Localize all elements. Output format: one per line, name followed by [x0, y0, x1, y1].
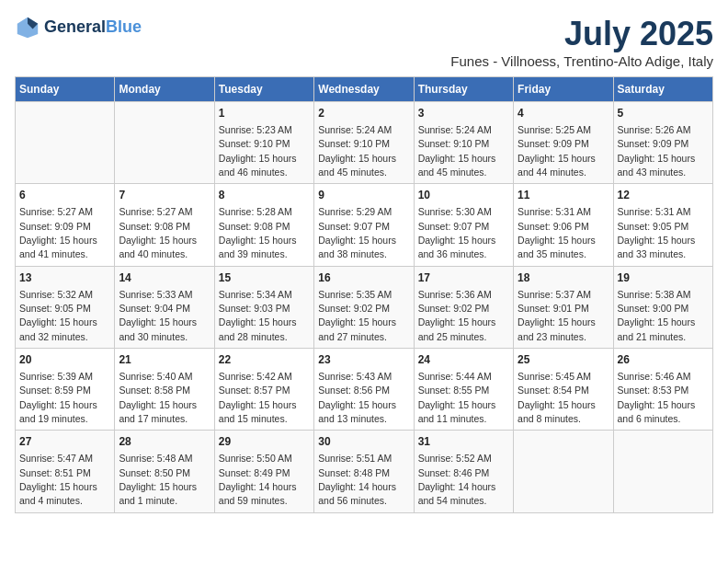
cell-info: Sunrise: 5:50 AM Sunset: 8:49 PM Dayligh… [219, 453, 297, 506]
calendar-cell: 28Sunrise: 5:48 AM Sunset: 8:50 PM Dayli… [115, 431, 214, 512]
cell-info: Sunrise: 5:48 AM Sunset: 8:50 PM Dayligh… [119, 453, 197, 506]
column-header-thursday: Thursday [414, 77, 513, 102]
cell-info: Sunrise: 5:47 AM Sunset: 8:51 PM Dayligh… [19, 453, 97, 506]
cell-info: Sunrise: 5:44 AM Sunset: 8:55 PM Dayligh… [418, 371, 496, 424]
calendar-cell [613, 431, 712, 512]
cell-info: Sunrise: 5:35 AM Sunset: 9:02 PM Dayligh… [318, 289, 396, 342]
logo-icon [15, 15, 40, 40]
calendar-cell [16, 102, 115, 184]
calendar-cell: 25Sunrise: 5:45 AM Sunset: 8:54 PM Dayli… [514, 349, 613, 431]
calendar-cell: 31Sunrise: 5:52 AM Sunset: 8:46 PM Dayli… [414, 431, 513, 512]
cell-info: Sunrise: 5:45 AM Sunset: 8:54 PM Dayligh… [518, 371, 596, 424]
day-number: 21 [119, 352, 210, 368]
calendar-cell [115, 102, 214, 184]
cell-info: Sunrise: 5:31 AM Sunset: 9:05 PM Dayligh… [618, 206, 696, 259]
calendar-cell: 26Sunrise: 5:46 AM Sunset: 8:53 PM Dayli… [613, 349, 712, 431]
calendar-week-1: 1Sunrise: 5:23 AM Sunset: 9:10 PM Daylig… [16, 102, 713, 184]
calendar-cell: 3Sunrise: 5:24 AM Sunset: 9:10 PM Daylig… [414, 102, 513, 184]
calendar-cell: 23Sunrise: 5:43 AM Sunset: 8:56 PM Dayli… [314, 349, 414, 431]
cell-info: Sunrise: 5:37 AM Sunset: 9:01 PM Dayligh… [518, 289, 596, 342]
day-number: 9 [318, 188, 409, 203]
calendar-cell: 18Sunrise: 5:37 AM Sunset: 9:01 PM Dayli… [514, 266, 613, 348]
cell-info: Sunrise: 5:42 AM Sunset: 8:57 PM Dayligh… [219, 371, 297, 424]
calendar-table: SundayMondayTuesdayWednesdayThursdayFrid… [15, 76, 713, 513]
cell-info: Sunrise: 5:46 AM Sunset: 8:53 PM Dayligh… [618, 371, 696, 424]
calendar-cell: 11Sunrise: 5:31 AM Sunset: 9:06 PM Dayli… [514, 184, 613, 266]
calendar-cell: 29Sunrise: 5:50 AM Sunset: 8:49 PM Dayli… [214, 431, 313, 512]
calendar-cell: 2Sunrise: 5:24 AM Sunset: 9:10 PM Daylig… [314, 102, 414, 184]
calendar-cell: 12Sunrise: 5:31 AM Sunset: 9:05 PM Dayli… [613, 184, 712, 266]
day-number: 3 [418, 106, 509, 121]
column-header-wednesday: Wednesday [314, 77, 414, 102]
cell-info: Sunrise: 5:32 AM Sunset: 9:05 PM Dayligh… [19, 289, 97, 342]
cell-info: Sunrise: 5:30 AM Sunset: 9:07 PM Dayligh… [418, 206, 496, 259]
day-number: 28 [119, 434, 210, 450]
day-number: 29 [219, 434, 310, 450]
calendar-header: SundayMondayTuesdayWednesdayThursdayFrid… [16, 77, 713, 102]
day-number: 10 [418, 188, 509, 203]
calendar-cell: 22Sunrise: 5:42 AM Sunset: 8:57 PM Dayli… [214, 349, 313, 431]
calendar-cell: 24Sunrise: 5:44 AM Sunset: 8:55 PM Dayli… [414, 349, 513, 431]
cell-info: Sunrise: 5:34 AM Sunset: 9:03 PM Dayligh… [219, 289, 297, 342]
day-number: 1 [219, 106, 310, 121]
calendar-cell: 1Sunrise: 5:23 AM Sunset: 9:10 PM Daylig… [214, 102, 313, 184]
calendar-week-3: 13Sunrise: 5:32 AM Sunset: 9:05 PM Dayli… [16, 266, 713, 348]
calendar-cell: 5Sunrise: 5:26 AM Sunset: 9:09 PM Daylig… [613, 102, 712, 184]
cell-info: Sunrise: 5:27 AM Sunset: 9:09 PM Dayligh… [19, 206, 97, 259]
cell-info: Sunrise: 5:52 AM Sunset: 8:46 PM Dayligh… [418, 453, 496, 506]
calendar-week-4: 20Sunrise: 5:39 AM Sunset: 8:59 PM Dayli… [16, 349, 713, 431]
calendar-cell: 6Sunrise: 5:27 AM Sunset: 9:09 PM Daylig… [16, 184, 115, 266]
title-block: July 2025 Funes - Villnoess, Trentino-Al… [450, 15, 713, 69]
calendar-cell: 7Sunrise: 5:27 AM Sunset: 9:08 PM Daylig… [115, 184, 214, 266]
day-number: 24 [418, 352, 509, 368]
cell-info: Sunrise: 5:40 AM Sunset: 8:58 PM Dayligh… [119, 371, 197, 424]
day-number: 17 [418, 270, 509, 286]
cell-info: Sunrise: 5:29 AM Sunset: 9:07 PM Dayligh… [318, 206, 396, 259]
cell-info: Sunrise: 5:38 AM Sunset: 9:00 PM Dayligh… [618, 289, 696, 342]
day-number: 18 [518, 270, 609, 286]
cell-info: Sunrise: 5:24 AM Sunset: 9:10 PM Dayligh… [418, 124, 496, 178]
calendar-cell: 20Sunrise: 5:39 AM Sunset: 8:59 PM Dayli… [16, 349, 115, 431]
cell-info: Sunrise: 5:39 AM Sunset: 8:59 PM Dayligh… [19, 371, 97, 424]
calendar-cell: 13Sunrise: 5:32 AM Sunset: 9:05 PM Dayli… [16, 266, 115, 348]
day-number: 8 [219, 188, 310, 203]
day-number: 13 [19, 270, 110, 286]
day-number: 5 [618, 106, 709, 121]
page-header: GeneralBlue July 2025 Funes - Villnoess,… [15, 15, 713, 69]
calendar-cell: 8Sunrise: 5:28 AM Sunset: 9:08 PM Daylig… [214, 184, 313, 266]
day-number: 22 [219, 352, 310, 368]
day-number: 20 [19, 352, 110, 368]
day-number: 19 [618, 270, 709, 286]
cell-info: Sunrise: 5:33 AM Sunset: 9:04 PM Dayligh… [119, 289, 197, 342]
day-number: 23 [318, 352, 409, 368]
cell-info: Sunrise: 5:25 AM Sunset: 9:09 PM Dayligh… [518, 124, 596, 178]
day-number: 27 [19, 434, 110, 450]
calendar-cell: 21Sunrise: 5:40 AM Sunset: 8:58 PM Dayli… [115, 349, 214, 431]
day-number: 30 [318, 434, 409, 450]
day-number: 2 [318, 106, 409, 121]
calendar-cell: 9Sunrise: 5:29 AM Sunset: 9:07 PM Daylig… [314, 184, 414, 266]
day-number: 31 [418, 434, 509, 450]
logo-text: GeneralBlue [44, 18, 142, 37]
day-number: 7 [119, 188, 210, 203]
cell-info: Sunrise: 5:27 AM Sunset: 9:08 PM Dayligh… [119, 206, 197, 259]
calendar-cell: 4Sunrise: 5:25 AM Sunset: 9:09 PM Daylig… [514, 102, 613, 184]
column-header-saturday: Saturday [613, 77, 712, 102]
day-number: 4 [518, 106, 609, 121]
calendar-week-2: 6Sunrise: 5:27 AM Sunset: 9:09 PM Daylig… [16, 184, 713, 266]
calendar-cell: 19Sunrise: 5:38 AM Sunset: 9:00 PM Dayli… [613, 266, 712, 348]
calendar-cell: 27Sunrise: 5:47 AM Sunset: 8:51 PM Dayli… [16, 431, 115, 512]
column-header-monday: Monday [115, 77, 214, 102]
column-header-tuesday: Tuesday [214, 77, 313, 102]
cell-info: Sunrise: 5:43 AM Sunset: 8:56 PM Dayligh… [318, 371, 396, 424]
cell-info: Sunrise: 5:51 AM Sunset: 8:48 PM Dayligh… [318, 453, 396, 506]
logo: GeneralBlue [15, 15, 142, 40]
column-header-sunday: Sunday [16, 77, 115, 102]
cell-info: Sunrise: 5:31 AM Sunset: 9:06 PM Dayligh… [518, 206, 596, 259]
day-number: 26 [618, 352, 709, 368]
main-title: July 2025 [450, 15, 713, 53]
day-number: 11 [518, 188, 609, 203]
calendar-cell: 14Sunrise: 5:33 AM Sunset: 9:04 PM Dayli… [115, 266, 214, 348]
calendar-cell: 15Sunrise: 5:34 AM Sunset: 9:03 PM Dayli… [214, 266, 313, 348]
day-number: 14 [119, 270, 210, 286]
